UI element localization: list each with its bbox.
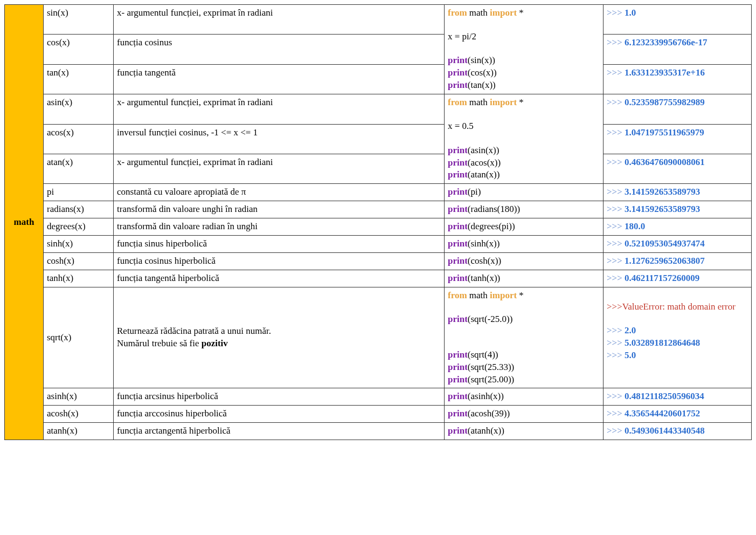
func-desc: funcția arcsinus hiperbolică [114,388,445,406]
func-name: acos(x) [44,124,114,154]
func-name: acosh(x) [44,406,114,423]
output-cell: >>> 1.633123935317e+16 [604,64,752,94]
func-desc: funcția tangentă [114,64,445,94]
output-cell: >>> 4.356544420601752 [604,406,752,423]
output-cell: >>> 0.5210953054937474 [604,236,752,253]
func-desc: funcția arccosinus hiperbolică [114,406,445,423]
table-row: tanh(x) funcția tangentă hiperbolică pri… [5,270,752,287]
output-cell: >>> 3.141592653589793 [604,184,752,201]
func-name: sin(x) [44,5,114,35]
output-cell: >>> 0.4636476090008061 [604,154,752,183]
func-desc: inversul funcției cosinus, -1 <= x <= 1 [114,124,445,154]
table-row: acos(x) inversul funcției cosinus, -1 <=… [5,124,752,154]
table-row: asin(x) x- argumentul funcției, exprimat… [5,94,752,124]
code-block: print(asinh(x)) [445,388,604,406]
output-cell: >>>ValueError: math domain error >>> 2.0… [604,287,752,388]
func-name: atan(x) [44,154,114,183]
table-row: cosh(x) funcția cosinus hiperbolică prin… [5,253,752,270]
output-cell: >>> 0.4812118250596034 [604,388,752,406]
code-block: from math import * print(sqrt(-25.0)) pr… [445,287,604,388]
output-cell: >>> 1.0 [604,5,752,35]
output-cell: >>> 1.1276259652063807 [604,253,752,270]
func-name: radians(x) [44,201,114,218]
table-row: degrees(x) transformă din valoare radian… [5,218,752,236]
func-desc: funcția tangentă hiperbolică [114,270,445,287]
table-row: atanh(x) funcția arctangentă hiperbolică… [5,423,752,440]
table-row: sinh(x) funcția sinus hiperbolică print(… [5,236,752,253]
func-desc: Returnează rădăcina patrată a unui număr… [114,287,445,388]
output-cell: >>> 0.5235987755982989 [604,94,752,124]
func-desc: transformă din valoare unghi în radian [114,201,445,218]
code-block: print(tanh(x)) [445,270,604,287]
func-desc: transformă din valoare radian în unghi [114,218,445,236]
func-name: cosh(x) [44,253,114,270]
output-cell: >>> 0.462117157260009 [604,270,752,287]
code-block: print(cosh(x)) [445,253,604,270]
table-row: asinh(x) funcția arcsinus hiperbolică pr… [5,388,752,406]
func-name: sqrt(x) [44,287,114,388]
output-cell: >>> 1.0471975511965979 [604,124,752,154]
func-desc: funcția cosinus hiperbolică [114,253,445,270]
code-block: print(acosh(39)) [445,406,604,423]
code-block: print(radians(180)) [445,201,604,218]
output-cell: >>> 180.0 [604,218,752,236]
func-desc: funcția arctangentă hiperbolică [114,423,445,440]
func-name: asin(x) [44,94,114,124]
output-cell: >>> 0.5493061443340548 [604,423,752,440]
func-desc: x- argumentul funcției, exprimat în radi… [114,154,445,183]
func-name: cos(x) [44,35,114,64]
table-row: math sin(x) x- argumentul funcției, expr… [5,5,752,35]
code-block: from math import * x = pi/2 print(sin(x)… [445,5,604,94]
table-row: cos(x) funcția cosinus >>> 6.12323399567… [5,35,752,64]
func-name: tanh(x) [44,270,114,287]
table-row: sqrt(x) Returnează rădăcina patrată a un… [5,287,752,388]
code-block: print(atanh(x)) [445,423,604,440]
output-cell: >>> 6.1232339956766e-17 [604,35,752,64]
func-desc: x- argumentul funcției, exprimat în radi… [114,94,445,124]
func-name: sinh(x) [44,236,114,253]
func-name: atanh(x) [44,423,114,440]
func-desc: constantă cu valoare apropiată de π [114,184,445,201]
table-row: atan(x) x- argumentul funcției, exprimat… [5,154,752,183]
func-name: pi [44,184,114,201]
math-functions-table: math sin(x) x- argumentul funcției, expr… [4,4,752,440]
module-label: math [5,5,44,440]
code-block: print(sinh(x)) [445,236,604,253]
func-name: degrees(x) [44,218,114,236]
table-row: pi constantă cu valoare apropiată de π p… [5,184,752,201]
table-row: acosh(x) funcția arccosinus hiperbolică … [5,406,752,423]
code-block: print(degrees(pi)) [445,218,604,236]
func-name: tan(x) [44,64,114,94]
func-name: asinh(x) [44,388,114,406]
table-row: tan(x) funcția tangentă >>> 1.6331239353… [5,64,752,94]
func-desc: funcția sinus hiperbolică [114,236,445,253]
table-row: radians(x) transformă din valoare unghi … [5,201,752,218]
func-desc: x- argumentul funcției, exprimat în radi… [114,5,445,35]
func-desc: funcția cosinus [114,35,445,64]
code-block: print(pi) [445,184,604,201]
output-cell: >>> 3.141592653589793 [604,201,752,218]
code-block: from math import * x = 0.5 print(asin(x)… [445,94,604,184]
